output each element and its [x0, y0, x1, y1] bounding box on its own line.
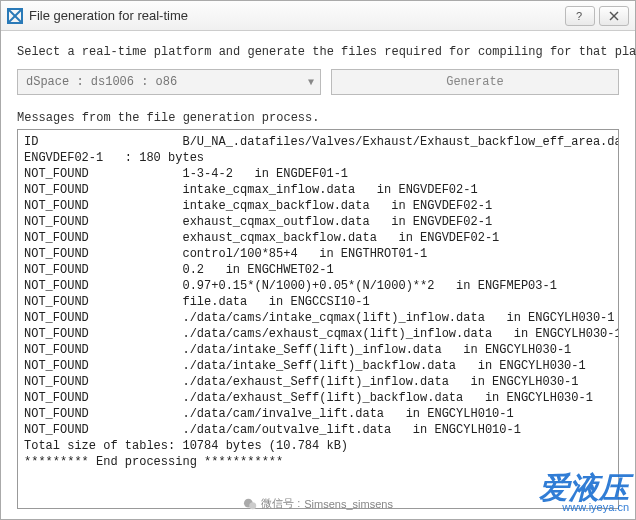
log-line: NOT_FOUND ./data/intake_Seff(lift)_backf… [24, 358, 612, 374]
platform-select-value: dSpace : ds1006 : o86 [26, 75, 177, 89]
svg-text:?: ? [576, 10, 582, 22]
titlebar: File generation for real-time ? [1, 1, 635, 31]
log-line: NOT_FOUND file.data in ENGCCSI10-1 [24, 294, 612, 310]
log-line: NOT_FOUND ./data/exhaust_Seff(lift)_infl… [24, 374, 612, 390]
log-line: NOT_FOUND ./data/exhaust_Seff(lift)_back… [24, 390, 612, 406]
log-line: NOT_FOUND control/100*85+4 in ENGTHROT01… [24, 246, 612, 262]
instruction-text: Select a real-time platform and generate… [17, 45, 619, 59]
generate-button-label: Generate [446, 75, 504, 89]
log-line: ********* End processing *********** [24, 454, 612, 470]
log-line: NOT_FOUND exhaust_cqmax_backflow.data in… [24, 230, 612, 246]
log-line: NOT_FOUND ./data/cam/invalve_lift.data i… [24, 406, 612, 422]
chevron-down-icon: ▼ [308, 77, 314, 88]
log-line: NOT_FOUND 0.2 in ENGCHWET02-1 [24, 262, 612, 278]
dialog-window: File generation for real-time ? Select a… [0, 0, 636, 520]
log-line: ID B/U_NA_.datafiles/Valves/Exhaust/Exha… [24, 134, 612, 150]
log-line: ENGVDEF02-1 : 180 bytes [24, 150, 612, 166]
log-line: Total size of tables: 10784 bytes (10.78… [24, 438, 612, 454]
platform-select[interactable]: dSpace : ds1006 : o86 ▼ [17, 69, 321, 95]
log-line: NOT_FOUND 0.97+0.15*(N/1000)+0.05*(N/100… [24, 278, 612, 294]
log-line: NOT_FOUND ./data/cams/exhaust_cqmax(lift… [24, 326, 612, 342]
log-line: NOT_FOUND intake_cqmax_backflow.data in … [24, 198, 612, 214]
controls-row: dSpace : ds1006 : o86 ▼ Generate [17, 69, 619, 95]
close-button[interactable] [599, 6, 629, 26]
window-title: File generation for real-time [29, 8, 561, 23]
log-line: NOT_FOUND intake_cqmax_inflow.data in EN… [24, 182, 612, 198]
dialog-content: Select a real-time platform and generate… [1, 31, 635, 519]
log-line: NOT_FOUND ./data/cam/outvalve_lift.data … [24, 422, 612, 438]
messages-label: Messages from the file generation proces… [17, 111, 619, 125]
log-line: NOT_FOUND 1-3-4-2 in ENGDEF01-1 [24, 166, 612, 182]
help-button[interactable]: ? [565, 6, 595, 26]
log-line: NOT_FOUND ./data/cams/intake_cqmax(lift)… [24, 310, 612, 326]
log-line: NOT_FOUND ./data/intake_Seff(lift)_inflo… [24, 342, 612, 358]
log-line: NOT_FOUND exhaust_cqmax_outflow.data in … [24, 214, 612, 230]
app-icon [7, 8, 23, 24]
log-output[interactable]: ID B/U_NA_.datafiles/Valves/Exhaust/Exha… [17, 129, 619, 509]
generate-button[interactable]: Generate [331, 69, 619, 95]
